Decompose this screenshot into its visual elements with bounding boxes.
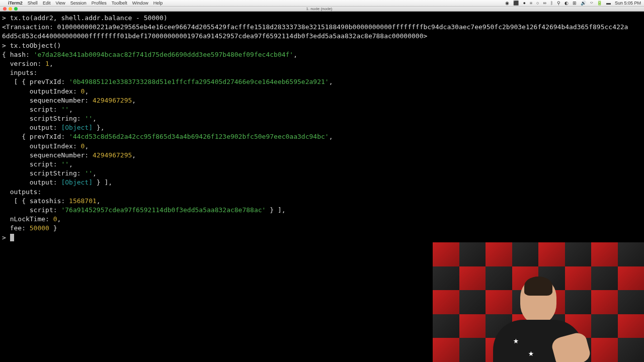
terminal-line: <Transaction: 0100000000221a9e29565eb4e1… — [2, 23, 628, 31]
obj-value-string: '44cd53c8d56d2a42cc95f865d34a4b69426f123… — [69, 133, 329, 140]
bluetooth-icon[interactable]: ᛒ — [550, 1, 553, 6]
menu-profiles[interactable]: Profiles — [92, 1, 107, 6]
obj-value-object: [Object] — [61, 124, 93, 131]
obj-value-string: '' — [85, 115, 93, 122]
obj-value-number: 50000 — [30, 224, 49, 232]
search-icon[interactable]: ⚲ — [557, 1, 560, 6]
obj-key: scriptString: — [2, 169, 85, 177]
obj-value-string: 'e7da284e341ab0094bcaac82f741d75ded6690d… — [34, 51, 294, 58]
obj-key: outputIndex: — [2, 142, 81, 150]
menu-view[interactable]: View — [55, 1, 65, 6]
obj-value-string: '' — [61, 160, 69, 168]
obj-key: outputs: — [2, 188, 41, 196]
obj-key: [ { prevTxId: — [2, 78, 69, 85]
status-icon[interactable]: ○ — [536, 1, 539, 6]
menu-window[interactable]: Window — [132, 1, 148, 6]
status-icon[interactable]: ● — [523, 1, 525, 6]
status-icon[interactable]: ◉ — [505, 1, 509, 6]
terminal-output[interactable]: > tx.to(addr2, shell.addr.balance - 5000… — [0, 12, 644, 244]
obj-key: output: — [2, 178, 61, 186]
menu-session[interactable]: Session — [70, 1, 87, 6]
obj-value-string: '' — [61, 106, 69, 113]
status-icon[interactable]: ≡ — [530, 1, 532, 6]
obj-key: sequenceNumber: — [2, 97, 93, 104]
obj-key: nLockTime: — [2, 215, 53, 223]
obj-value-object: [Object] — [61, 178, 93, 186]
obj-key: scriptString: — [2, 115, 85, 122]
obj-key: [ { satoshis: — [2, 197, 69, 205]
repl-prompt: > — [2, 234, 10, 241]
webcam-overlay — [433, 242, 644, 362]
menubar-clock[interactable]: Sun 5:05 PM — [615, 1, 641, 6]
obj-value-string: '76a91452957cdea97f6592114db0f3edd5a5aa8… — [61, 206, 266, 214]
obj-value-number: 4294967295 — [93, 97, 132, 104]
obj-value-string: '0b49885121e3383733288d51e1ffcffa295405d… — [69, 78, 329, 85]
status-icon[interactable]: ⬛ — [513, 1, 519, 6]
obj-value-number: 1 — [45, 60, 49, 67]
wifi-icon[interactable]: ⌔ — [590, 1, 593, 6]
obj-key: output: — [2, 124, 61, 131]
webcam-person — [488, 272, 589, 362]
obj-value-number: 4294967295 — [93, 151, 132, 159]
obj-key: script: — [2, 206, 61, 214]
status-icon[interactable]: ∞ — [543, 1, 546, 6]
obj-key: { hash: — [2, 51, 34, 58]
window-minimize-button[interactable] — [9, 7, 12, 11]
repl-input-line: tx.toObject() — [10, 42, 61, 49]
obj-key: outputIndex: — [2, 87, 81, 95]
status-icon[interactable]: ◐ — [565, 1, 569, 6]
obj-key: sequenceNumber: — [2, 151, 93, 159]
menu-edit[interactable]: Edit — [43, 1, 51, 6]
obj-value-number: 0 — [53, 215, 57, 223]
repl-prompt: > — [2, 14, 10, 22]
volume-icon[interactable]: 🔊 — [581, 1, 586, 6]
repl-prompt: > — [2, 42, 10, 49]
window-maximize-button[interactable] — [14, 7, 18, 11]
terminal-line: 6dd5c853cd440000000000ffffffff01bdef1700… — [2, 32, 427, 40]
macos-menubar: iTerm2 Shell Edit View Session Profiles … — [0, 0, 644, 7]
battery-icon[interactable]: 🔋 — [597, 1, 602, 6]
obj-key: { prevTxId: — [2, 133, 69, 140]
obj-value-string: '' — [85, 169, 93, 177]
flag-icon[interactable]: ▬ — [606, 1, 611, 6]
obj-value-number: 1568701 — [69, 197, 97, 205]
window-title: 1. node (node) — [306, 7, 332, 11]
obj-key: version: — [2, 60, 45, 67]
obj-key: fee: — [2, 224, 30, 232]
menu-help[interactable]: Help — [153, 1, 163, 6]
window-close-button[interactable] — [3, 7, 7, 11]
menubar-app-name[interactable]: iTerm2 — [8, 1, 23, 6]
obj-key: script: — [2, 160, 61, 168]
obj-key: inputs: — [2, 69, 37, 76]
menu-shell[interactable]: Shell — [28, 1, 38, 6]
repl-input-line: tx.to(addr2, shell.addr.balance - 50000) — [10, 14, 168, 22]
obj-key: script: — [2, 106, 61, 113]
menu-toolbelt[interactable]: Toolbelt — [112, 1, 127, 6]
terminal-cursor — [10, 234, 14, 241]
window-titlebar: 1. node (node) — [0, 7, 644, 12]
status-icon[interactable]: ⊞ — [573, 1, 577, 6]
